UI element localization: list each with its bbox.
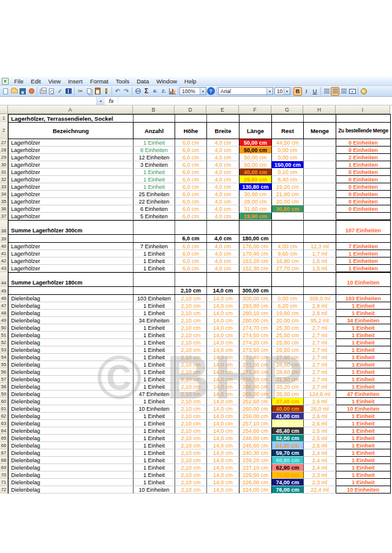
cell-A44[interactable]: Summe Lagerhölzer 180cm xyxy=(9,273,134,286)
cell-G72[interactable]: 76,00 cm xyxy=(272,486,304,494)
cell-I39[interactable] xyxy=(336,235,391,242)
cell-I57[interactable]: 1 Einheit xyxy=(336,376,391,383)
cell-D33[interactable]: 6,0 cm xyxy=(175,183,207,191)
cell-G57[interactable]: 31,50 cm xyxy=(272,376,304,383)
cell-A31[interactable]: Lagerhölzer xyxy=(9,169,134,176)
hyperlink-icon[interactable] xyxy=(134,87,142,96)
cell-B37[interactable]: 5 Einheiten xyxy=(134,213,175,220)
cell-A70[interactable]: Dielenbelag xyxy=(9,471,134,479)
cell-G68[interactable]: 60,80 cm xyxy=(272,457,304,464)
row-header-61[interactable]: 61 xyxy=(0,405,8,413)
cell-D35[interactable]: 6,0 cm xyxy=(175,198,207,205)
cell-F56[interactable]: 271,40 cm xyxy=(239,368,272,376)
cell-A1-sheet-title[interactable]: Lagerhölzer, Terrassendielen, Sockel xyxy=(9,115,134,122)
cell-E60[interactable]: 14,0 cm xyxy=(207,398,239,405)
cell-E46[interactable]: 14,0 cm xyxy=(207,295,239,302)
cell-D31[interactable]: 6,0 cm xyxy=(175,169,207,176)
cell-D69[interactable]: 2,10 cm xyxy=(175,464,207,471)
cell-E34[interactable]: 4,0 cm xyxy=(207,191,239,198)
cell-F65[interactable]: 248,00 cm xyxy=(239,435,272,442)
row-header-29[interactable]: 29 xyxy=(0,154,8,161)
row-header-56[interactable]: 56 xyxy=(0,368,8,376)
cell-I41[interactable]: 1 Einheiten xyxy=(336,250,391,257)
cell-F47[interactable]: 293,80 cm xyxy=(239,302,272,310)
cell-I35[interactable]: 0 Einheiten xyxy=(336,198,391,205)
cell-F53[interactable]: 273,50 cm xyxy=(239,346,272,354)
cell-E57[interactable]: 14,0 cm xyxy=(207,376,239,383)
cell-A54[interactable]: Dielenbelag xyxy=(9,354,134,361)
cell-E58[interactable]: 14,0 cm xyxy=(207,383,239,391)
cell-A38[interactable]: Summe Lagerhölzer 300cm xyxy=(9,221,134,234)
cell-G33[interactable]: 19,20 cm xyxy=(272,183,304,191)
cell-D53[interactable]: 2,10 cm xyxy=(175,346,207,354)
cell-D1[interactable] xyxy=(175,115,207,122)
cell-I70[interactable]: 1 Einheit xyxy=(336,471,391,479)
cell-D58[interactable]: 2,10 cm xyxy=(175,383,207,391)
cell-D63[interactable]: 2,10 cm xyxy=(175,420,207,427)
cell-G51[interactable]: 25,50 cm xyxy=(272,332,304,339)
cell-B62[interactable]: 1 Einheit xyxy=(134,413,175,420)
cell-G36[interactable]: 30,80 cm xyxy=(272,205,304,213)
row-header-31[interactable]: 31 xyxy=(0,169,8,176)
cell-B56[interactable]: 1 Einheit xyxy=(134,368,175,376)
cell-F44[interactable] xyxy=(239,273,272,286)
cell-I36[interactable]: 0 Einheiten xyxy=(336,205,391,213)
cell-H44[interactable] xyxy=(304,273,336,286)
cell-F68[interactable]: 239,20 cm xyxy=(239,457,272,464)
cell-H42[interactable]: 1,6 ml xyxy=(304,257,336,265)
cell-F49[interactable]: 280,00 cm xyxy=(239,317,272,324)
cell-F59[interactable]: 265,00 cm xyxy=(239,391,272,398)
cell-E52[interactable]: 14,0 cm xyxy=(207,339,239,346)
cell-H43[interactable]: 1,5 ml xyxy=(304,265,336,272)
cell-H69[interactable]: 2,4 ml xyxy=(304,464,336,471)
cell-F61[interactable]: 260,00 cm xyxy=(239,405,272,413)
cell-E31[interactable]: 4,0 cm xyxy=(207,169,239,176)
cell-B53[interactable]: 1 Einheit xyxy=(134,346,175,354)
cell-G40[interactable]: 4,00 cm xyxy=(272,243,304,250)
cell-I59[interactable]: 47 Einheiten xyxy=(336,391,391,398)
cell-H34[interactable] xyxy=(304,191,336,198)
cell-A49[interactable]: Dielenbelag xyxy=(9,317,134,324)
cell-H61[interactable]: 26,0 ml xyxy=(304,405,336,413)
row-header-66[interactable]: 66 xyxy=(0,442,8,449)
cell-B28[interactable]: 8 Einheiten xyxy=(134,147,175,154)
cell-E29[interactable]: 4,0 cm xyxy=(207,154,239,161)
cut-icon[interactable]: ✂ xyxy=(76,87,85,96)
cell-A58[interactable]: Dielenbelag xyxy=(9,383,134,391)
cell-D29[interactable]: 6,0 cm xyxy=(175,154,207,161)
cell-E32[interactable]: 4,0 cm xyxy=(207,176,239,183)
cell-I28[interactable]: 0 Einheiten xyxy=(336,147,391,154)
sort-asc-icon[interactable]: A↓ xyxy=(151,87,159,96)
cell-G30[interactable]: 150,00 cm xyxy=(272,161,304,169)
row-header-44[interactable]: 44 xyxy=(0,272,8,287)
cell-F45[interactable]: 300,00 cm xyxy=(239,287,272,294)
cell-B52[interactable]: 1 Einheit xyxy=(134,339,175,346)
cell-G63[interactable]: 42,90 cm xyxy=(272,420,304,427)
cell-E33[interactable]: 4,0 cm xyxy=(207,183,239,191)
cell-H38[interactable] xyxy=(304,221,336,234)
menu-window[interactable]: Window xyxy=(153,78,181,85)
cell-G29[interactable]: 0,00 cm xyxy=(272,154,304,161)
cell-H40[interactable]: 12,3 ml xyxy=(304,243,336,250)
row-header-67[interactable]: 67 xyxy=(0,449,8,457)
row-header-64[interactable]: 64 xyxy=(0,427,8,435)
row-header-32[interactable]: 32 xyxy=(0,176,8,183)
cell-E27[interactable]: 4,0 cm xyxy=(207,139,239,147)
row-header-1[interactable]: 1 xyxy=(0,114,8,122)
cell-F64[interactable]: 254,60 cm xyxy=(239,427,272,435)
cell-F41[interactable]: 170,40 cm xyxy=(239,250,272,257)
cell-G39[interactable] xyxy=(272,235,304,242)
cell-A72[interactable]: Dielenbelag xyxy=(9,486,134,494)
cell-B40[interactable]: 7 Einheiten xyxy=(134,243,175,250)
cell-B67[interactable]: 1 Einheit xyxy=(134,449,175,457)
column-header-E[interactable]: E xyxy=(206,105,239,114)
align-left-button[interactable] xyxy=(322,87,331,96)
cell-G59[interactable]: 35,00 cm xyxy=(272,391,304,398)
cell-G45[interactable] xyxy=(272,287,304,294)
row-header-41[interactable]: 41 xyxy=(0,250,8,257)
cell-B49[interactable]: 34 Einheiten xyxy=(134,317,175,324)
header-cell-F2[interactable]: Länge xyxy=(239,122,272,139)
font-name-combo[interactable]: Arial ▼ xyxy=(218,87,273,95)
cell-D34[interactable]: 6,0 cm xyxy=(175,191,207,198)
cell-E71[interactable]: 14,0 cm xyxy=(207,479,239,486)
